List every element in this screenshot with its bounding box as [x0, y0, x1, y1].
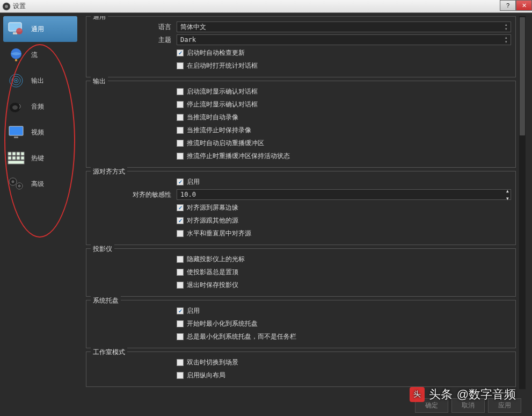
svg-point-27	[18, 185, 20, 187]
chk-start-stream-confirm[interactable]: 启动流时显示确认对话框	[177, 87, 258, 96]
theme-label: 主题	[91, 35, 177, 45]
sidebar-item-audio[interactable]: 音频	[3, 94, 77, 119]
sidebar-item-label: 热键	[31, 154, 44, 163]
footer-buttons: 确定 取消 应用	[415, 398, 521, 413]
group-title: 投影仪	[91, 245, 114, 254]
chk-always-minimize-tray[interactable]: 总是最小化到系统托盘，而不是任务栏	[177, 332, 296, 341]
sidebar-item-output[interactable]: 输出	[3, 68, 77, 94]
scrollbar-thumb[interactable]	[520, 17, 525, 135]
checkbox-icon: ✓	[177, 178, 184, 185]
chk-vertical-layout[interactable]: 启用纵向布局	[177, 371, 225, 380]
svg-rect-22	[21, 156, 24, 160]
sidebar-item-label: 输出	[31, 76, 44, 85]
svg-point-12	[12, 105, 18, 110]
group-title: 工作室模式	[91, 348, 127, 357]
theme-combo[interactable]: Dark ▴▾	[177, 34, 511, 45]
svg-point-4	[16, 28, 23, 34]
svg-rect-15	[8, 152, 11, 155]
svg-point-25	[12, 181, 14, 183]
checkbox-icon	[177, 320, 184, 327]
gears-icon	[8, 175, 25, 192]
group-title: 系统托盘	[91, 296, 121, 305]
sidebar-item-label: 视频	[31, 128, 44, 137]
chk-snap-other[interactable]: ✓对齐源跟其他的源	[177, 216, 238, 225]
svg-rect-14	[14, 137, 18, 138]
sidebar-item-video[interactable]: 视频	[3, 119, 77, 145]
window-body: 通用 流 输出 音频	[0, 13, 532, 416]
combo-spin-icon: ▴▾	[503, 23, 509, 31]
chk-keep-replay-buffer[interactable]: 推流停止时重播缓冲区保持活动状态	[177, 152, 290, 161]
group-title: 源对齐方式	[91, 167, 127, 176]
sidebar-item-stream[interactable]: 流	[3, 42, 77, 68]
group-title: 输出	[91, 77, 108, 86]
checkbox-icon	[177, 101, 184, 108]
group-systray: 系统托盘 ✓启用 开始时最小化到系统托盘 总是最小化到系统托盘，而不是任务栏	[86, 300, 516, 348]
checkbox-icon	[177, 153, 184, 160]
chk-stop-stream-confirm[interactable]: 停止流时显示确认对话框	[177, 100, 258, 109]
checkbox-icon	[177, 359, 184, 366]
language-label: 语言	[91, 23, 177, 32]
chk-auto-update[interactable]: ✓启动时自动检查更新	[177, 48, 245, 58]
svg-rect-16	[12, 152, 16, 155]
checkbox-icon	[177, 230, 184, 237]
checkbox-icon: ✓	[177, 204, 184, 211]
chk-hide-cursor[interactable]: 隐藏投影仪上的光标	[177, 255, 245, 264]
help-button[interactable]: ?	[500, 0, 516, 11]
broadcast-icon	[8, 72, 25, 89]
svg-rect-6	[15, 59, 17, 61]
close-button[interactable]: ✕	[516, 0, 532, 11]
window-title: 设置	[13, 2, 26, 11]
language-combo[interactable]: 简体中文 ▴▾	[177, 21, 511, 32]
spin-icon: ▴▾	[506, 187, 509, 202]
checkbox-icon	[177, 140, 184, 147]
sidebar-item-label: 流	[31, 51, 38, 60]
chk-dblclick-scene[interactable]: 双击时切换到场景	[177, 358, 238, 367]
chk-open-stats[interactable]: 在启动时打开统计对话框	[177, 61, 258, 70]
sidebar-item-label: 通用	[31, 25, 44, 34]
keyboard-icon	[8, 149, 25, 167]
chk-minimize-start[interactable]: 开始时最小化到系统托盘	[177, 319, 258, 328]
chk-keep-record[interactable]: 当推流停止时保持录像	[177, 126, 251, 135]
checkbox-icon	[177, 127, 184, 134]
chk-always-top[interactable]: 使投影器总是置顶	[177, 268, 238, 277]
svg-rect-23	[8, 161, 24, 164]
sidebar-item-label: 音频	[31, 102, 44, 111]
svg-rect-20	[12, 156, 16, 160]
chk-snap-center[interactable]: 水平和垂直居中对齐源	[177, 229, 251, 238]
group-snapping: 源对齐方式 ✓启用 对齐的敏感性 10.0 ▴▾	[86, 171, 516, 245]
checkbox-icon	[177, 282, 184, 289]
checkbox-icon: ✓	[177, 307, 184, 314]
chk-auto-record[interactable]: 当推流时自动录像	[177, 113, 238, 122]
ok-button[interactable]: 确定	[415, 398, 448, 413]
sensitivity-label: 对齐的敏感性	[91, 190, 177, 199]
content-area: 通用 语言 简体中文 ▴▾ 主题	[81, 13, 532, 416]
checkbox-icon	[177, 333, 184, 340]
checkbox-icon: ✓	[177, 49, 184, 56]
chk-save-projector[interactable]: 退出时保存投影仪	[177, 281, 238, 290]
chk-auto-replay-buffer[interactable]: 推流时自动启动重播缓冲区	[177, 139, 264, 148]
checkbox-icon	[177, 269, 184, 276]
group-studio: 工作室模式 双击时切换到场景 启用纵向布局	[86, 352, 516, 387]
sensitivity-input[interactable]: 10.0 ▴▾	[177, 189, 511, 200]
chk-snap-screen[interactable]: ✓对齐源到屏幕边缘	[177, 203, 238, 212]
apply-button[interactable]: 应用	[488, 398, 521, 413]
sidebar-item-label: 高级	[31, 180, 44, 189]
vertical-scrollbar[interactable]	[519, 16, 526, 389]
svg-point-1	[5, 5, 8, 8]
svg-rect-17	[17, 152, 20, 155]
svg-rect-19	[8, 156, 11, 160]
checkbox-icon	[177, 372, 184, 379]
chk-snap-enable[interactable]: ✓启用	[177, 177, 200, 187]
scroll-area: 通用 语言 简体中文 ▴▾ 主题	[86, 16, 516, 389]
svg-rect-13	[9, 126, 23, 135]
group-general: 通用 语言 简体中文 ▴▾ 主题	[86, 16, 516, 77]
sidebar-item-hotkeys[interactable]: 热键	[3, 145, 77, 171]
cancel-button[interactable]: 取消	[451, 398, 485, 413]
checkbox-icon: ✓	[177, 217, 184, 224]
chk-tray-enable[interactable]: ✓启用	[177, 306, 200, 315]
sidebar-item-advanced[interactable]: 高级	[3, 171, 77, 197]
speaker-icon	[8, 98, 25, 115]
sidebar-item-general[interactable]: 通用	[3, 16, 77, 42]
app-icon	[2, 2, 11, 11]
sidebar: 通用 流 输出 音频	[0, 13, 81, 416]
